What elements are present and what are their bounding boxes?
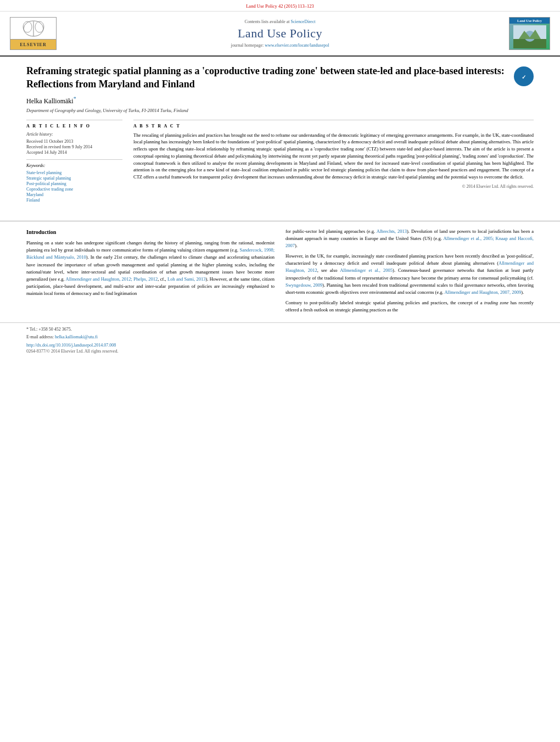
detected-and: and	[93, 291, 99, 296]
abstract-column: A B S T R A C T The rescaling of plannin…	[133, 120, 534, 203]
body-right-para-2: However, in the UK, for example, increas…	[285, 253, 534, 296]
author-affiliation: Department of Geography and Geology, Uni…	[26, 108, 534, 113]
footnote-email: E-mail address: helka.kalliomaki@utu.fi	[26, 334, 534, 340]
abstract-text: The rescaling of planning policies and p…	[133, 132, 534, 181]
ref-swyngedouw[interactable]: Swyngedouw, 2009	[285, 282, 322, 288]
keyword-4: Coproductive trading zone	[26, 187, 122, 192]
body-right-para-3: Contrary to post-politically labeled str…	[285, 299, 534, 314]
accepted-date: Accepted 14 July 2014	[26, 150, 122, 155]
article-info-heading: A R T I C L E I N F O	[26, 124, 122, 129]
intro-heading: Introduction	[26, 228, 275, 237]
footnote-tel: * Tel.: +358 50 452 3675.	[26, 326, 534, 332]
body-right-para-1: for public-sector led planning approache…	[285, 228, 534, 250]
body-left-col: Introduction Planning on a state scale h…	[26, 228, 275, 317]
article-info-column: A R T I C L E I N F O Article history: R…	[26, 120, 122, 203]
author-name: Helka Kalliomäki*	[26, 96, 534, 105]
body-left-para-1: Planning on a state scale has undergone …	[26, 239, 275, 297]
svg-point-2	[23, 21, 32, 32]
svg-text:✓: ✓	[522, 74, 526, 80]
elsevier-logo: ELSEVIER	[10, 17, 59, 50]
doi-link[interactable]: http://dx.doi.org/10.1016/j.landusepol.2…	[26, 343, 116, 348]
keyword-5: Maryland	[26, 192, 122, 197]
elsevier-tree-icon	[10, 18, 56, 40]
journal-homepage-link[interactable]: www.elsevier.com/locate/landusepol	[265, 43, 329, 48]
page: Land Use Policy 42 (2015) 113–123 ELSEVI…	[0, 0, 560, 742]
homepage-line: journal homepage: www.elsevier.com/locat…	[59, 43, 501, 48]
keywords-section: Keywords: State-level planning Strategic…	[26, 159, 122, 203]
journal-logo-right: Land Use Policy	[501, 17, 550, 50]
keyword-3: Post-political planning	[26, 181, 122, 186]
keyword-6: Finland	[26, 198, 122, 203]
body-content: Introduction Planning on a state scale h…	[0, 228, 560, 317]
received-date: Received 11 October 2013	[26, 139, 122, 144]
article-title: Reframing strategic spatial planning as …	[26, 64, 508, 91]
article-history-label: Article history:	[26, 132, 122, 137]
crossmark-icon: ✓	[514, 66, 534, 86]
article-footer: * Tel.: +358 50 452 3675. E-mail address…	[0, 322, 560, 356]
ref-sandercock[interactable]: Sandercock, 1998; Bäcklund and Mäntysalo…	[26, 247, 275, 260]
abstract-copyright: © 2014 Elsevier Ltd. All rights reserved…	[133, 184, 534, 189]
keywords-title: Keywords:	[26, 163, 122, 168]
ref-allmendinger-2012[interactable]: Allmendinger and Haughton, 2012; Phelps,…	[66, 276, 158, 282]
email-link[interactable]: helka.kalliomaki@utu.fi	[55, 334, 98, 339]
footer-copyright: 0264-8377/© 2014 Elsevier Ltd. All right…	[26, 349, 534, 354]
journal-cover-title: Land Use Policy	[509, 18, 550, 24]
sciencedirect-link[interactable]: ScienceDirect	[291, 19, 316, 24]
abstract-heading: A B S T R A C T	[133, 124, 534, 129]
contents-available-line: Contents lists available at ScienceDirec…	[59, 19, 501, 24]
article-content: Reframing strategic spatial planning as …	[0, 57, 560, 214]
journal-cover-image: Land Use Policy	[509, 17, 550, 50]
article-info-abstract: A R T I C L E I N F O Article history: R…	[26, 120, 534, 203]
ref-allmendinger-2005[interactable]: Allmendinger et al., 2005; Knaap and Hac…	[285, 236, 534, 248]
ref-allmendinger-2007[interactable]: Allmendinger and Haughton, 2007, 2009	[444, 289, 521, 295]
elsevier-wordmark: ELSEVIER	[10, 40, 56, 49]
ref-allmendinger-haughton-2012[interactable]: Allmendinger and Haughton, 2012	[285, 260, 534, 273]
ref-albrechts[interactable]: Albrechts, 2013	[377, 228, 407, 234]
author-sup: *	[74, 96, 76, 102]
body-right-col: for public-sector led planning approache…	[285, 228, 534, 317]
keyword-2: Strategic spatial planning	[26, 176, 122, 181]
ref-allmendinger-2005b[interactable]: Allmendinger et al., 2005	[340, 267, 393, 273]
ref-loh[interactable]: Loh and Sami, 2013	[167, 276, 205, 282]
svg-point-3	[35, 21, 44, 32]
crossmark-badge[interactable]: ✓	[514, 66, 534, 86]
journal-center: Contents lists available at ScienceDirec…	[59, 19, 501, 48]
article-title-section: Reframing strategic spatial planning as …	[26, 64, 534, 91]
journal-ref-text: Land Use Policy 42 (2015) 113–123	[246, 3, 314, 9]
journal-cover-graphic	[509, 24, 550, 49]
received-revised-date: Received in revised form 9 July 2014	[26, 144, 122, 149]
body-divider	[0, 221, 560, 221]
journal-title: Land Use Policy	[59, 26, 501, 41]
journal-header: ELSEVIER Contents lists available at Sci…	[0, 12, 560, 57]
journal-reference-bar: Land Use Policy 42 (2015) 113–123	[0, 0, 560, 12]
keyword-1: State-level planning	[26, 170, 122, 175]
